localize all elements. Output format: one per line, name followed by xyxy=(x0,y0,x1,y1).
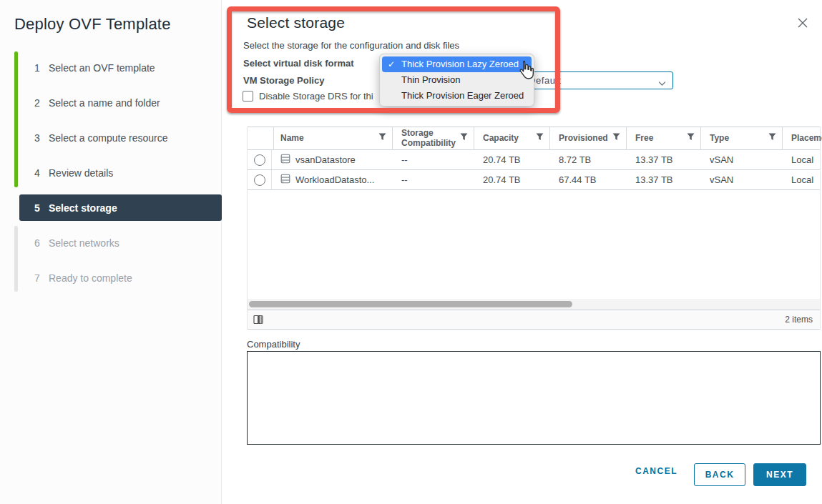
filter-icon[interactable] xyxy=(612,133,620,144)
datastore-icon xyxy=(280,174,290,186)
step-label: Select networks xyxy=(49,237,119,249)
step-label: Select a name and folder xyxy=(49,97,160,109)
check-icon: ✓ xyxy=(388,56,395,72)
disk-format-label: Select virtual disk format xyxy=(243,58,354,69)
column-header-free[interactable]: Free xyxy=(627,127,701,150)
filter-icon[interactable] xyxy=(536,133,544,144)
cell-capacity: 20.74 TB xyxy=(474,150,550,169)
wizard-page-select-storage: Select storage Select the storage for th… xyxy=(222,0,822,504)
filter-icon[interactable] xyxy=(768,133,776,144)
disable-drs-checkbox[interactable] xyxy=(243,91,253,102)
disable-drs-label: Disable Storage DRS for thi xyxy=(259,91,373,102)
vm-storage-policy-label: VM Storage Policy xyxy=(243,75,324,86)
menu-item-thick-provision-lazy-zeroed[interactable]: ✓ Thick Provision Lazy Zeroed xyxy=(382,56,532,72)
table-row-workload-datastore[interactable]: WorkloadDatasto... -- 20.74 TB 67.44 TB … xyxy=(248,170,820,190)
back-button[interactable]: BACK xyxy=(694,463,745,486)
column-settings-icon[interactable] xyxy=(253,315,263,325)
sidebar-step-4-review-details[interactable]: 4 Review details xyxy=(19,159,222,186)
cell-placement: Local xyxy=(783,170,821,189)
step-label: Review details xyxy=(49,167,113,179)
page-title: Select storage xyxy=(247,14,345,31)
step-label: Select storage xyxy=(49,202,117,214)
row-radio-button[interactable] xyxy=(254,154,265,166)
menu-item-thin-provision[interactable]: Thin Provision xyxy=(382,72,532,88)
step-number: 4 xyxy=(32,167,42,179)
disk-format-dropdown-menu: ✓ Thick Provision Lazy Zeroed Thin Provi… xyxy=(379,54,534,107)
progress-rail-pending xyxy=(14,226,18,292)
table-empty-space xyxy=(248,190,820,299)
step-label: Select an OVF template xyxy=(49,62,155,74)
deploy-ovf-wizard-dialog: Deploy OVF Template 1 Select an OVF temp… xyxy=(0,0,822,504)
header-radio-column xyxy=(248,127,274,150)
row-radio-button[interactable] xyxy=(254,174,265,186)
sidebar-step-1-select-ovf-template[interactable]: 1 Select an OVF template xyxy=(19,54,222,81)
filter-icon[interactable] xyxy=(378,133,386,144)
filter-icon[interactable] xyxy=(687,133,695,144)
table-footer: 2 items xyxy=(248,310,820,330)
cell-type: vSAN xyxy=(701,150,783,169)
cell-type: vSAN xyxy=(701,170,783,189)
cell-provisioned: 8.72 TB xyxy=(550,150,627,169)
progress-rail-completed xyxy=(14,51,18,187)
sidebar-step-2-select-name-folder[interactable]: 2 Select a name and folder xyxy=(19,89,222,116)
wizard-title: Deploy OVF Template xyxy=(14,15,171,34)
close-icon[interactable] xyxy=(795,16,811,31)
cell-storage-compatibility: -- xyxy=(393,150,474,169)
table-header-row: Name Storage Compatibility Capacity xyxy=(248,127,820,150)
menu-item-thick-provision-eager-zeroed[interactable]: Thick Provision Eager Zeroed xyxy=(382,88,532,104)
cell-free: 13.37 TB xyxy=(627,150,701,169)
datastore-name[interactable]: WorkloadDatasto... xyxy=(295,174,374,185)
horizontal-scrollbar[interactable] xyxy=(248,299,820,310)
sidebar-step-7-ready-to-complete[interactable]: 7 Ready to complete xyxy=(19,265,222,291)
cell-provisioned: 67.44 TB xyxy=(550,170,627,189)
column-header-type[interactable]: Type xyxy=(701,127,783,150)
column-header-name[interactable]: Name xyxy=(272,127,393,150)
compatibility-panel xyxy=(247,351,821,445)
step-label: Select a compute resource xyxy=(49,132,168,144)
compatibility-label: Compatibility xyxy=(247,339,300,350)
step-number: 2 xyxy=(32,97,42,109)
step-number: 7 xyxy=(32,272,42,284)
cell-storage-compatibility: -- xyxy=(393,170,474,189)
datastore-name[interactable]: vsanDatastore xyxy=(295,154,356,165)
step-number: 3 xyxy=(32,132,42,144)
datastore-icon xyxy=(280,154,290,166)
column-header-placement[interactable]: Placeme xyxy=(783,127,821,150)
filter-icon[interactable] xyxy=(460,133,468,144)
sidebar-step-6-select-networks[interactable]: 6 Select networks xyxy=(19,229,222,256)
page-subtitle: Select the storage for the configuration… xyxy=(243,40,459,51)
cancel-button[interactable]: CANCEL xyxy=(635,466,677,476)
sidebar-step-3-select-compute-resource[interactable]: 3 Select a compute resource xyxy=(19,124,222,151)
cell-capacity: 20.74 TB xyxy=(474,170,550,189)
step-label: Ready to complete xyxy=(49,272,132,284)
step-number: 1 xyxy=(32,62,42,74)
column-header-storage-compatibility[interactable]: Storage Compatibility xyxy=(393,127,474,150)
cell-placement: Local xyxy=(783,150,821,169)
items-count: 2 items xyxy=(785,315,813,325)
datastore-table: Name Storage Compatibility Capacity xyxy=(247,127,821,330)
step-number: 5 xyxy=(32,202,42,214)
table-row-vsan-datastore[interactable]: vsanDatastore -- 20.74 TB 8.72 TB 13.37 … xyxy=(248,150,820,170)
cell-free: 13.37 TB xyxy=(627,170,701,189)
column-header-capacity[interactable]: Capacity xyxy=(474,127,550,150)
scrollbar-thumb[interactable] xyxy=(249,301,572,307)
step-number: 6 xyxy=(32,237,42,249)
disable-drs-row[interactable]: Disable Storage DRS for thi xyxy=(243,91,373,102)
next-button[interactable]: NEXT xyxy=(753,463,806,486)
column-header-provisioned[interactable]: Provisioned xyxy=(550,127,627,150)
chevron-down-icon xyxy=(658,78,666,89)
wizard-sidebar: Deploy OVF Template 1 Select an OVF temp… xyxy=(0,0,222,504)
sidebar-step-5-select-storage[interactable]: 5 Select storage xyxy=(19,194,222,221)
